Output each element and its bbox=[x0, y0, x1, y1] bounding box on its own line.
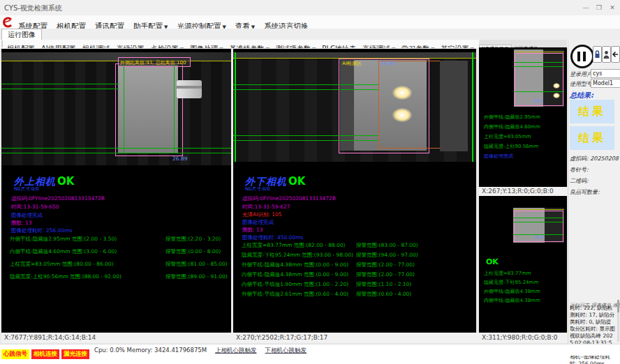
status-badge-0: 心跳信号 bbox=[1, 349, 29, 359]
barcode-line: 虚拟码:0FYIine2025020813313472B bbox=[11, 195, 105, 202]
tab-strip bbox=[0, 29, 620, 40]
image-top-band bbox=[233, 52, 476, 58]
user-button[interactable] bbox=[602, 46, 611, 63]
alarm-range: 报警范围:(94.00 - 97.00) bbox=[356, 252, 418, 259]
log-scrollbar-thumb[interactable] bbox=[617, 300, 619, 312]
logout-arrow-icon bbox=[612, 47, 619, 62]
elapsed-line: 图像处理耗时: 256.00ms bbox=[11, 227, 72, 234]
measure-line-v2 bbox=[174, 65, 175, 153]
side-result-line: 内侧平线-隐藏值4.38mm bbox=[484, 297, 540, 304]
good-count-label: 良品写数量: bbox=[570, 188, 600, 196]
measure-line-v1 bbox=[124, 65, 124, 153]
maximize-icon[interactable]: ❐ bbox=[593, 3, 605, 13]
minimize-icon[interactable]: — bbox=[580, 3, 592, 13]
toolbar-grip bbox=[1, 40, 3, 47]
camera-image-middle[interactable]: AI检测区 26.80 bbox=[233, 52, 476, 162]
measurement-value: 内侧平线-隐藏值4.38mm 范围:(0.00 - 9.00) bbox=[242, 271, 348, 278]
heartbeat-trigger-link-0[interactable]: 上相机心跳触发 bbox=[215, 345, 257, 355]
side-thumb-top[interactable]: 26.8 bbox=[514, 50, 564, 107]
alarm-range: 报警范围:(0.60 - 4.00) bbox=[356, 291, 411, 298]
overlay-label: 外侧距离值:93, 总距离值:100 bbox=[120, 59, 186, 66]
reflection-highlight bbox=[392, 86, 412, 100]
process-done-line: 图像处理完成 bbox=[11, 212, 43, 219]
alarm-range: 报警范围:(83.00 - 87.00) bbox=[356, 242, 418, 249]
measure-line-h1 bbox=[233, 84, 378, 85]
tab-connector bbox=[177, 80, 202, 98]
measurement-row: 内侧平线-隐藏值4.38mm 范围:(0.00 - 9.00)报警范围:(2.0… bbox=[242, 271, 462, 278]
measurement-value: 外侧平线-隐藏值2.95mm 范围:(2.00 - 3.50) bbox=[10, 236, 117, 243]
edge-line-left bbox=[235, 52, 236, 162]
ng-size-line: NG尺寸:0/0 bbox=[245, 186, 270, 192]
measure-line-h2 bbox=[1, 89, 119, 89]
ng-image-view-bottom[interactable]: 26.8 OK 上柱宽度=83.77mm隐藏宽度-下柱95.24mm外侧平线-隐… bbox=[479, 196, 567, 333]
qr-code-label: 二维码: bbox=[570, 177, 589, 185]
block-measure-label: 26.80 bbox=[380, 60, 394, 66]
measurement-value: 外侧平线-平线值2.61mm 范围:(0.60 - 4.00) bbox=[242, 291, 348, 298]
measurement-row: 上柱宽度=83.77mm 范围:(82.00 - 88.00)报警范围:(83.… bbox=[242, 242, 462, 249]
logout-button[interactable] bbox=[611, 46, 620, 63]
camera-view-left-bottom[interactable]: AI检测区 26.80 外下相机OK NG尺寸:0/0 虚拟码:0FYIine2… bbox=[233, 49, 476, 333]
result-display-1: 结果 bbox=[570, 100, 614, 123]
pixel-coord-readout-top-view: X:267;Y:13;R:0;G:0;B:0 bbox=[479, 187, 570, 196]
status-badge-2: 漏光连接 bbox=[61, 349, 89, 359]
title-bar: CYS-视觉检测系统 — ❐ ✕ bbox=[0, 0, 620, 16]
measurement-value: 隐藏宽度-上柱90.56mm 范围:(88.00 - 92.00) bbox=[10, 273, 121, 280]
window-title: CYS-视觉检测系统 bbox=[4, 3, 62, 13]
lock-button[interactable] bbox=[593, 46, 602, 63]
measure-line-h3 bbox=[1, 148, 231, 149]
alarm-range: 报警范围:(2.20 - 3.20) bbox=[165, 236, 221, 243]
camera-view-left-top[interactable]: 外侧距离值:93, 总距离值:100 26.89 外上相机OK NG尺寸:0/0… bbox=[1, 49, 231, 333]
overlay-label-box: 外侧距离值:93, 总距离值:100 bbox=[118, 57, 191, 67]
camera-image-left[interactable]: 外侧距离值:93, 总距离值:100 26.89 bbox=[1, 52, 231, 165]
block-measure-label: 26.89 bbox=[172, 156, 187, 162]
image-top-band bbox=[1, 52, 231, 61]
app-logo-icon bbox=[2, 17, 13, 28]
block-measure-label: 26.8 bbox=[534, 234, 543, 239]
ng-image-view-top[interactable]: 26.8 外侧平线-隐藏值2.95mm内侧平线-隐藏值4.60mm上柱宽度=83… bbox=[479, 47, 567, 187]
pixel-coord-readout-bottom-view: X:311;Y:980;R:0;G:0;B:0 bbox=[479, 333, 570, 343]
measurement-row: 内侧平线-隐藏值4.60mm 范围:(3.00 - 6.00)报警范围:(0.0… bbox=[10, 248, 230, 255]
laser-line bbox=[1, 61, 231, 61]
pause-button[interactable] bbox=[570, 45, 594, 68]
heartbeat-trigger-link-1[interactable]: 下相机心跳触发 bbox=[265, 345, 307, 355]
alarm-range: 报警范围:(89.00 - 91.00) bbox=[165, 273, 228, 280]
measurement-value: 上柱宽度=83.77mm 范围:(82.00 - 88.00) bbox=[242, 242, 346, 249]
measure-line-h3 bbox=[233, 135, 378, 136]
login-user-input[interactable]: cys bbox=[591, 69, 620, 78]
side-ok-badge: OK bbox=[486, 257, 499, 266]
pixel-coord-readout-left: X:7677;Y:891;R:14;G:14;B:14 bbox=[1, 333, 234, 343]
measurement-value: 内侧平线-平线值1.90mm 范围:(1.00 - 2.20) bbox=[242, 281, 348, 288]
process-done-line: 图像处理完成 bbox=[242, 219, 274, 226]
side-result-line: 图像处理完成 bbox=[484, 153, 513, 160]
side-thumb-bottom[interactable]: 26.8 bbox=[513, 208, 564, 243]
status-badge-1: 相机连接 bbox=[31, 349, 59, 359]
pause-icon bbox=[583, 52, 586, 61]
alarm-range: 报警范围:(2.00 - 77.00) bbox=[356, 271, 415, 278]
side-view-tabs: NG成像显示相机内成像超限内成像 bbox=[479, 40, 567, 47]
model-input[interactable]: Model1 bbox=[591, 79, 620, 88]
side-result-line: 外侧平线-隐藏值4.38mm bbox=[484, 288, 540, 295]
measurement-row: 外侧平线-隐藏值4.38mm 范围:(0.00 - 9.00)报警范围:(2.0… bbox=[242, 261, 462, 268]
measure-line-h2 bbox=[233, 89, 378, 90]
side-result-line: 隐藏宽度-下柱95.24mm bbox=[484, 279, 538, 286]
side-result-line: 上柱宽度=83.05mm bbox=[484, 133, 531, 140]
elapsed-line: 图像处理耗时: 450.00ms bbox=[242, 234, 303, 241]
alarm-range: 报警范围:(2.00 - 77.00) bbox=[356, 261, 415, 268]
result-display-2: 结果 bbox=[570, 126, 614, 150]
side-result-line: 隐藏宽度-上柱90.56mm bbox=[484, 143, 538, 150]
tab-run-image[interactable]: 运行图像 bbox=[1, 29, 42, 40]
close-icon[interactable]: ✕ bbox=[606, 3, 619, 13]
cpu-memory-readout: Cpu: 0.0% Memory: 3424.41796875M bbox=[94, 345, 207, 354]
reflection-highlight bbox=[392, 108, 412, 122]
user-icon bbox=[603, 47, 610, 62]
pause-icon bbox=[577, 52, 580, 61]
roll-number-label: 卷针号: bbox=[570, 166, 589, 174]
side-result-line: 上柱宽度=83.77mm bbox=[484, 270, 531, 277]
edge-line-right bbox=[472, 52, 473, 162]
measure-line-h4 bbox=[233, 140, 378, 141]
block-measure-label: 26.8 bbox=[533, 98, 542, 103]
result-ok-badge: OK bbox=[288, 175, 305, 188]
roi-outline bbox=[115, 63, 183, 156]
time-line: 时间:13-31-59-627 bbox=[242, 204, 290, 211]
status-bar: 心跳信号相机连接漏光连接Cpu: 0.0% Memory: 3424.41796… bbox=[0, 344, 620, 356]
